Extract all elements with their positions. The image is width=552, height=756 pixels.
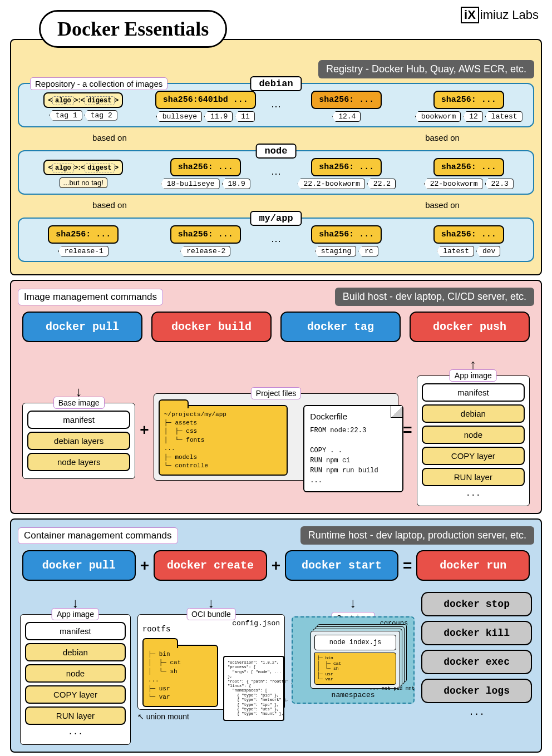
app-image-label: App image xyxy=(52,608,99,620)
runtime-section: Container management commands Runtime ho… xyxy=(10,518,542,753)
tag: 11 xyxy=(235,111,255,122)
project-files-card: Project files ~/projects/my/app ├─ asset… xyxy=(154,393,399,481)
base-image-card: Base image manifest debian layers node l… xyxy=(22,403,135,479)
tag: release-2 xyxy=(180,246,230,256)
sha: sha256: ... xyxy=(433,225,504,244)
cmd-docker-start: docker start xyxy=(285,550,398,581)
tag: 22-bookworm xyxy=(424,179,483,189)
cmd-docker-push: docker push xyxy=(410,312,530,342)
plus: + xyxy=(140,557,149,575)
layer: manifest xyxy=(25,622,126,640)
rootfs-label: rootfs xyxy=(142,625,170,634)
tag: 11.9 xyxy=(204,111,233,122)
based-on-row: based on based on xyxy=(18,133,534,142)
tag: tag 2 xyxy=(85,110,117,121)
tag: latest xyxy=(485,111,523,122)
sha-template: <algo>:<digest> xyxy=(43,160,123,175)
sha: sha256: ... xyxy=(48,225,119,244)
project-tree: ~/projects/my/app ├─ assets │ ├─ css │ └… xyxy=(164,411,282,471)
layer-debian: debian layers xyxy=(27,432,130,450)
cmd-docker-pull: docker pull xyxy=(22,312,142,342)
plus-symbol: + xyxy=(140,421,149,439)
plus: + xyxy=(272,557,280,575)
sha: sha256: ... xyxy=(433,158,504,176)
tag: tag 1 xyxy=(50,110,82,121)
logo-rest: imiuz Labs xyxy=(480,8,539,22)
layer: COPY layer xyxy=(422,447,525,465)
cmd-docker-logs: docker logs xyxy=(421,679,532,703)
dockerfile-name: Dockerfile xyxy=(310,412,397,421)
cmd-docker-tag: docker tag xyxy=(280,312,401,342)
cmd-docker-stop: docker stop xyxy=(421,592,532,616)
config-json-body: "ociVersion": "1.0.2", "process": { "arg… xyxy=(223,656,284,721)
tag: 22.3 xyxy=(485,179,514,189)
sha-template: <algo>:<digest> xyxy=(43,92,123,108)
layer: debian xyxy=(25,643,126,661)
process-label: node index.js xyxy=(314,635,396,650)
tag: rc xyxy=(358,246,378,256)
layer-more: ... xyxy=(25,728,126,737)
tag: release-1 xyxy=(58,246,109,256)
base-image-label: Base image xyxy=(53,397,105,409)
tag: staging xyxy=(315,246,357,256)
tag: 12.4 xyxy=(332,111,361,122)
cmd-docker-run: docker run xyxy=(416,550,530,581)
build-label: Image management commands xyxy=(18,289,163,305)
logo-ix: iX xyxy=(461,7,479,23)
dockerfile-body: FROM node:22.3 COPY . . RUN npm ci RUN n… xyxy=(310,426,397,486)
tag: latest xyxy=(437,246,474,256)
build-section: Image management commands Build host - d… xyxy=(10,280,542,514)
runtime-label: Container management commands xyxy=(18,527,178,544)
repo-name-myapp: my/app xyxy=(250,211,302,226)
cmd-docker-pull: docker pull xyxy=(22,550,136,581)
tag: 12 xyxy=(463,111,483,122)
side-commands: docker stop docker kill docker exec dock… xyxy=(421,592,532,718)
page-title: Docker Essentials xyxy=(39,10,227,48)
sha: sha256: ... xyxy=(311,158,382,176)
cmd-docker-exec: docker exec xyxy=(421,650,532,674)
layer: manifest xyxy=(422,383,525,402)
build-header: Build host - dev laptop, CI/CD server, e… xyxy=(335,288,534,306)
layer: COPY layer xyxy=(25,685,126,704)
runtime-header: Runtime host - dev laptop, production se… xyxy=(300,526,534,545)
container-fs: ├─ bin │ ├─ cat │ └─ sh ├─ usr └─ var xyxy=(314,653,396,685)
layer: RUN layer xyxy=(422,468,525,486)
layer: node xyxy=(422,426,525,444)
repo-node: node <algo>:<digest> ...but no tag! sha2… xyxy=(18,150,534,195)
layer: debian xyxy=(422,404,525,423)
layer-more: ... xyxy=(422,489,525,498)
sha: sha256: ... xyxy=(433,91,504,109)
oci-label: OCI bundle xyxy=(186,608,236,620)
registry-section: Registry - Docker Hub, Quay, AWS ECR, et… xyxy=(10,39,542,275)
more-cmds: ... xyxy=(421,708,532,718)
tag: bullseye xyxy=(156,111,202,122)
no-tag-note: ...but no tag! xyxy=(60,177,107,188)
repo-myapp: my/app sha256: ... release-1 sha256: ...… xyxy=(18,218,534,262)
runtime-app-image: App image manifest debian node COPY laye… xyxy=(20,614,131,745)
ellipsis: ⋯ xyxy=(269,167,283,180)
registry-header: Registry - Docker Hub, Quay, AWS ECR, et… xyxy=(318,60,534,78)
repo-label: Repository - a collection of images xyxy=(30,77,167,90)
layer-manifest: manifest xyxy=(27,411,130,429)
tag: 22.2 xyxy=(367,179,396,189)
ellipsis: ⋯ xyxy=(269,100,283,112)
layer: RUN layer xyxy=(25,706,126,725)
layer-node: node layers xyxy=(27,453,130,471)
container-box: cgroups capabilities node index.js ├─ bi… xyxy=(292,616,415,704)
sha: sha256: ... xyxy=(311,91,382,109)
sha: sha256:6401bd ... xyxy=(155,91,256,109)
sha: sha256: ... xyxy=(170,158,241,176)
tag: 18.9 xyxy=(222,179,250,189)
namespace-list: ... net pid mnt xyxy=(369,686,415,693)
eq: = xyxy=(403,557,412,575)
rootfs-tree: ├─ bin │ ├─ cat │ └─ sh ... ├─ usr └─ va… xyxy=(148,650,213,701)
dockerfile: Dockerfile FROM node:22.3 COPY . . RUN n… xyxy=(303,405,403,492)
sha: sha256: ... xyxy=(170,225,241,244)
based-on-row: based on based on xyxy=(18,200,534,210)
ellipsis: ⋯ xyxy=(269,235,283,247)
app-image-card: App image manifest debian node COPY laye… xyxy=(417,375,530,506)
config-json-label: config.json xyxy=(174,619,280,627)
eq-symbol: = xyxy=(403,421,412,439)
repo-name-node: node xyxy=(256,144,297,159)
tag: bookworm xyxy=(415,111,461,122)
